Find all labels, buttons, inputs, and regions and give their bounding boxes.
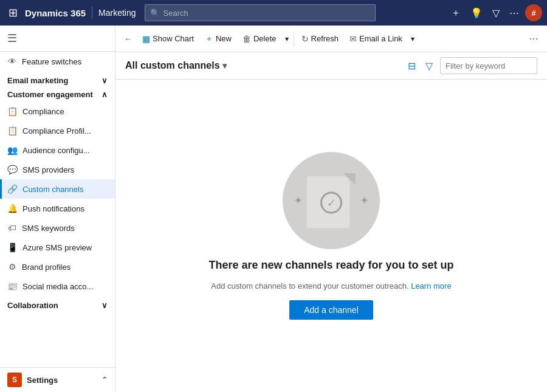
add-icon-btn[interactable]: ＋: [447, 4, 464, 22]
sparkle-right-icon: ✦: [360, 194, 369, 207]
refresh-label: Refresh: [311, 34, 339, 43]
user-avatar[interactable]: #: [525, 4, 542, 21]
waffle-icon[interactable]: ⊞: [5, 4, 21, 22]
collaboration-chevron: ∨: [101, 301, 108, 310]
sidebar-item-audience-config[interactable]: 👥 Audience configu...: [0, 140, 115, 160]
refresh-button[interactable]: ↻ Refresh: [297, 31, 344, 47]
view-header: All custom channels ▾ ⊟ ▽: [115, 52, 547, 80]
toolbar-more-button[interactable]: ⋯: [525, 30, 542, 47]
doc-icon-wrapper: ✓: [307, 173, 356, 228]
empty-state-title: There are new channels ready for you to …: [208, 259, 453, 272]
custom-channels-label: Custom channels: [22, 185, 83, 194]
email-link-label: Email a Link: [359, 34, 402, 43]
more-options-btn[interactable]: ⋯: [506, 5, 523, 21]
social-media-icon: 📰: [7, 281, 18, 291]
collaboration-header[interactable]: Collaboration ∨: [0, 296, 115, 312]
lightbulb-icon-btn[interactable]: 💡: [467, 5, 486, 21]
sidebar-toggle[interactable]: ☰: [0, 26, 115, 52]
toolbar: ← ▦ Show Chart ＋ New 🗑 Delete ▾ ↻ Refres…: [115, 26, 547, 52]
sidebar-item-compliance-profiles[interactable]: 📋 Compliance Profil...: [0, 121, 115, 140]
settings-avatar: S: [7, 373, 22, 387]
push-notifications-icon: 🔔: [7, 204, 18, 213]
email-marketing-chevron: ∨: [101, 76, 108, 85]
doc-check-circle: ✓: [320, 192, 342, 214]
show-chart-button[interactable]: ▦ Show Chart: [137, 31, 199, 47]
sidebar: ☰ 👁 Feature switches Email marketing ∨ C…: [0, 26, 115, 392]
show-chart-label: Show Chart: [153, 34, 194, 43]
sidebar-item-social-media[interactable]: 📰 Social media acco...: [0, 277, 115, 296]
sidebar-item-sms-keywords[interactable]: 🏷 SMS keywords: [0, 218, 115, 238]
new-button[interactable]: ＋ New: [200, 30, 236, 47]
customer-engagement-header[interactable]: Customer engagement ∧: [0, 88, 115, 101]
search-box[interactable]: 🔍: [145, 4, 376, 21]
top-navigation: ⊞ Dynamics 365 Marketing 🔍 ＋ 💡 ▽ ⋯ #: [0, 0, 547, 26]
settings-item[interactable]: S Settings ⌃: [0, 367, 115, 392]
sms-keywords-icon: 🏷: [7, 223, 17, 233]
sidebar-item-azure-sms[interactable]: 📱 Azure SMS preview: [0, 238, 115, 257]
search-icon: 🔍: [150, 9, 160, 18]
empty-state: ✓ ✦ ✦ There are new channels ready for y…: [115, 80, 547, 392]
custom-channels-icon: 🔗: [7, 184, 18, 194]
sidebar-item-brand-profiles[interactable]: ⚙ Brand profiles: [0, 257, 115, 277]
delete-dropdown-button[interactable]: ▾: [283, 32, 291, 46]
feature-switches-label: Feature switches: [22, 57, 81, 66]
show-chart-icon: ▦: [142, 34, 150, 44]
email-link-dropdown-button[interactable]: ▾: [408, 32, 417, 46]
new-label: New: [216, 34, 232, 43]
settings-chevron: ⌃: [101, 376, 108, 384]
audience-config-label: Audience configu...: [22, 146, 90, 155]
customer-engagement-label: Customer engagement: [7, 90, 93, 99]
delete-label: Delete: [253, 34, 277, 43]
push-notifications-label: Push notifications: [22, 204, 84, 213]
collaboration-label: Collaboration: [7, 301, 58, 310]
empty-illustration: ✓ ✦ ✦: [283, 152, 380, 249]
add-channel-button[interactable]: Add a channel: [289, 300, 373, 320]
sidebar-item-feature-switches[interactable]: 👁 Feature switches: [0, 52, 115, 71]
feature-switches-icon: 👁: [7, 57, 17, 66]
sms-providers-label: SMS providers: [22, 165, 74, 174]
azure-sms-icon: 📱: [7, 242, 18, 252]
sparkle-left-icon: ✦: [294, 194, 303, 207]
view-title: All custom channels ▾: [125, 60, 227, 71]
sidebar-item-compliance[interactable]: 📋 Compliance: [0, 101, 115, 121]
sidebar-item-custom-channels[interactable]: 🔗 Custom channels: [0, 179, 115, 199]
new-icon: ＋: [205, 33, 213, 44]
social-media-label: Social media acco...: [22, 282, 93, 291]
compliance-icon: 📋: [7, 106, 18, 116]
nav-divider: [92, 7, 92, 19]
email-link-icon: ✉: [349, 34, 357, 44]
compliance-profiles-label: Compliance Profil...: [22, 126, 91, 136]
filter-icon-btn[interactable]: ▽: [489, 5, 503, 21]
view-columns-button[interactable]: ⊟: [405, 58, 418, 74]
compliance-profiles-icon: 📋: [7, 126, 18, 136]
delete-icon: 🗑: [243, 34, 251, 44]
refresh-icon: ↻: [301, 34, 309, 44]
settings-label: Settings: [27, 376, 58, 385]
search-input[interactable]: [163, 9, 370, 18]
main-content: ← ▦ Show Chart ＋ New 🗑 Delete ▾ ↻ Refres…: [115, 26, 547, 392]
view-title-text: All custom channels: [125, 60, 220, 71]
sidebar-item-push-notifications[interactable]: 🔔 Push notifications: [0, 199, 115, 218]
sidebar-item-sms-providers[interactable]: 💬 SMS providers: [0, 160, 115, 179]
view-title-dropdown-icon[interactable]: ▾: [222, 61, 227, 70]
filter-keyword-input[interactable]: [440, 57, 537, 74]
module-name: Marketing: [98, 8, 136, 18]
nav-icons: ＋ 💡 ▽ ⋯ #: [447, 4, 542, 22]
back-button[interactable]: ←: [120, 31, 136, 47]
brand-profiles-icon: ⚙: [7, 262, 17, 272]
customer-engagement-chevron: ∧: [101, 90, 108, 99]
toolbar-divider-1: [294, 32, 294, 46]
empty-subtitle-text: Add custom channels to extend your custo…: [211, 281, 408, 291]
email-link-button[interactable]: ✉ Email a Link: [345, 31, 407, 47]
view-header-actions: ⊟ ▽: [405, 57, 537, 74]
view-filter-button[interactable]: ▽: [423, 58, 435, 74]
email-marketing-header[interactable]: Email marketing ∨: [0, 71, 115, 88]
sms-keywords-label: SMS keywords: [22, 224, 75, 233]
azure-sms-label: Azure SMS preview: [22, 243, 92, 252]
learn-more-link[interactable]: Learn more: [411, 281, 451, 291]
audience-config-icon: 👥: [7, 145, 18, 155]
compliance-label: Compliance: [22, 107, 64, 116]
delete-button[interactable]: 🗑 Delete: [238, 31, 281, 47]
app-body: ☰ 👁 Feature switches Email marketing ∨ C…: [0, 26, 547, 392]
empty-state-subtitle: Add custom channels to extend your custo…: [211, 281, 451, 291]
